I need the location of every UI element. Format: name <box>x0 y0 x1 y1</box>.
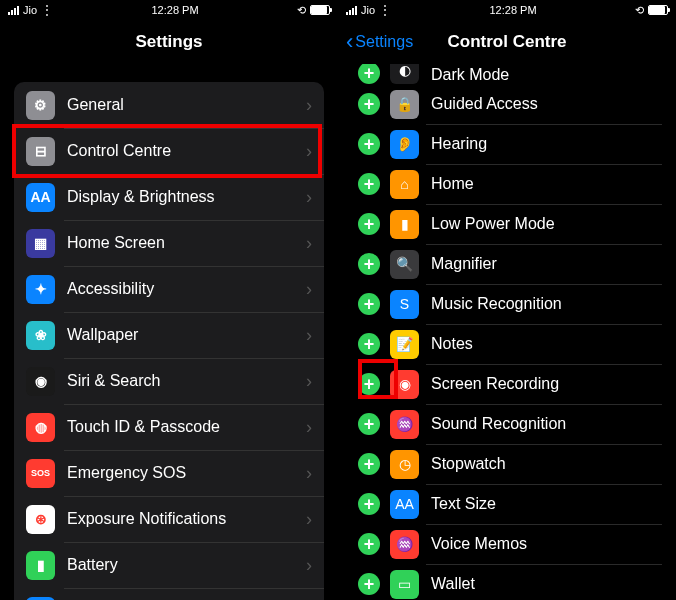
wifi-icon: ⋮ <box>379 3 391 17</box>
settings-row-accessibility[interactable]: ✦Accessibility› <box>14 266 324 312</box>
settings-row-home-screen[interactable]: ▦Home Screen› <box>14 220 324 266</box>
add-button[interactable]: + <box>358 213 380 235</box>
control-item-notes[interactable]: +📝Notes <box>352 324 662 364</box>
chevron-right-icon: › <box>306 187 312 208</box>
chevron-right-icon: › <box>306 95 312 116</box>
add-button[interactable]: + <box>358 133 380 155</box>
settings-row-touch-id-passcode[interactable]: ◍Touch ID & Passcode› <box>14 404 324 450</box>
row-icon: SOS <box>26 459 55 488</box>
add-button[interactable]: + <box>358 573 380 595</box>
header: Settings <box>0 20 338 64</box>
row-label: Home Screen <box>67 234 306 252</box>
settings-row-display-brightness[interactable]: AADisplay & Brightness› <box>14 174 324 220</box>
item-label: Sound Recognition <box>431 415 656 433</box>
settings-row-wallpaper[interactable]: ❀Wallpaper› <box>14 312 324 358</box>
header: ‹ Settings Control Centre <box>338 20 676 64</box>
control-item-low-power-mode[interactable]: +▮Low Power Mode <box>352 204 662 244</box>
row-icon: ❀ <box>26 321 55 350</box>
row-icon: ✋ <box>26 597 55 601</box>
battery-icon <box>648 5 668 15</box>
add-button[interactable]: + <box>358 533 380 555</box>
settings-row-battery[interactable]: ▮Battery› <box>14 542 324 588</box>
row-icon: ⊟ <box>26 137 55 166</box>
row-icon: ✦ <box>26 275 55 304</box>
chevron-right-icon: › <box>306 463 312 484</box>
add-button[interactable]: + <box>358 333 380 355</box>
control-icon: ▭ <box>390 570 419 599</box>
control-icon: 🔍 <box>390 250 419 279</box>
settings-row-exposure-notifications[interactable]: ⊛Exposure Notifications› <box>14 496 324 542</box>
chevron-right-icon: › <box>306 555 312 576</box>
row-label: Wallpaper <box>67 326 306 344</box>
control-icon: 👂 <box>390 130 419 159</box>
row-icon: ⊛ <box>26 505 55 534</box>
add-button[interactable]: + <box>358 64 380 84</box>
settings-row-emergency-sos[interactable]: SOSEmergency SOS› <box>14 450 324 496</box>
settings-row-siri-search[interactable]: ◉Siri & Search› <box>14 358 324 404</box>
row-icon: ◍ <box>26 413 55 442</box>
dark-mode-icon: ◐ <box>390 64 419 84</box>
control-item-screen-recording[interactable]: +◉Screen Recording <box>352 364 662 404</box>
settings-row-control-centre[interactable]: ⊟Control Centre› <box>14 128 324 174</box>
row-icon: ⚙ <box>26 91 55 120</box>
status-bar: Jio ⋮ 12:28 PM ⟲ <box>338 0 676 20</box>
row-icon: ◉ <box>26 367 55 396</box>
item-label: Wallet <box>431 575 656 593</box>
signal-icon <box>346 6 357 15</box>
control-icon: ◉ <box>390 370 419 399</box>
item-label: Dark Mode <box>431 66 656 84</box>
add-button[interactable]: + <box>358 93 380 115</box>
row-label: Accessibility <box>67 280 306 298</box>
signal-icon <box>8 6 19 15</box>
control-item-magnifier[interactable]: +🔍Magnifier <box>352 244 662 284</box>
row-label: Siri & Search <box>67 372 306 390</box>
item-label: Home <box>431 175 656 193</box>
carrier-label: Jio <box>23 4 37 16</box>
control-item-home[interactable]: +⌂Home <box>352 164 662 204</box>
page-title: Settings <box>135 32 202 52</box>
list-item[interactable]: + ◐ Dark Mode <box>352 64 662 84</box>
item-label: Magnifier <box>431 255 656 273</box>
control-icon: ♒ <box>390 530 419 559</box>
back-label: Settings <box>355 33 413 51</box>
item-label: Music Recognition <box>431 295 656 313</box>
chevron-right-icon: › <box>306 509 312 530</box>
add-button[interactable]: + <box>358 413 380 435</box>
item-label: Low Power Mode <box>431 215 656 233</box>
add-button[interactable]: + <box>358 293 380 315</box>
status-bar: Jio ⋮ 12:28 PM ⟲ <box>0 0 338 20</box>
control-item-stopwatch[interactable]: +◷Stopwatch <box>352 444 662 484</box>
item-label: Text Size <box>431 495 656 513</box>
back-button[interactable]: ‹ Settings <box>346 29 413 55</box>
add-button[interactable]: + <box>358 173 380 195</box>
row-label: Display & Brightness <box>67 188 306 206</box>
add-button[interactable]: + <box>358 373 380 395</box>
control-icon: ▮ <box>390 210 419 239</box>
control-icon: 📝 <box>390 330 419 359</box>
row-icon: ▦ <box>26 229 55 258</box>
carrier-label: Jio <box>361 4 375 16</box>
control-item-guided-access[interactable]: +🔒Guided Access <box>352 84 662 124</box>
item-label: Screen Recording <box>431 375 656 393</box>
settings-row-general[interactable]: ⚙General› <box>14 82 324 128</box>
control-icon: AA <box>390 490 419 519</box>
row-label: Emergency SOS <box>67 464 306 482</box>
control-item-music-recognition[interactable]: +SMusic Recognition <box>352 284 662 324</box>
row-label: Control Centre <box>67 142 306 160</box>
add-button[interactable]: + <box>358 253 380 275</box>
chevron-right-icon: › <box>306 325 312 346</box>
settings-list: ⚙General›⊟Control Centre›AADisplay & Bri… <box>14 82 324 600</box>
row-label: Battery <box>67 556 306 574</box>
settings-row-privacy[interactable]: ✋Privacy› <box>14 588 324 600</box>
control-item-wallet[interactable]: +▭Wallet <box>352 564 662 600</box>
control-item-voice-memos[interactable]: +♒Voice Memos <box>352 524 662 564</box>
control-icon: ⌂ <box>390 170 419 199</box>
control-item-text-size[interactable]: +AAText Size <box>352 484 662 524</box>
status-time: 12:28 PM <box>489 4 536 16</box>
control-icon: ♒ <box>390 410 419 439</box>
control-item-hearing[interactable]: +👂Hearing <box>352 124 662 164</box>
control-icon: S <box>390 290 419 319</box>
add-button[interactable]: + <box>358 453 380 475</box>
add-button[interactable]: + <box>358 493 380 515</box>
control-item-sound-recognition[interactable]: +♒Sound Recognition <box>352 404 662 444</box>
